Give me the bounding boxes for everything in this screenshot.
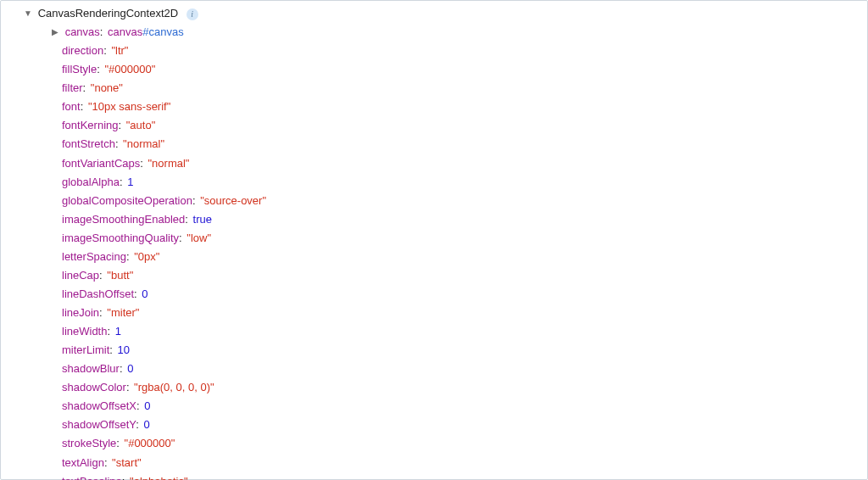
object-properties-list: ▶ canvas: canvas#canvas ▶direction: "ltr… [23, 23, 867, 480]
property-key: lineDashOffset [62, 287, 134, 300]
property-value-string: "auto" [126, 119, 156, 131]
property-key: lineWidth [62, 325, 107, 338]
property-key: shadowColor [62, 381, 126, 393]
property-row[interactable]: ▶fillStyle: "#000000" [50, 60, 867, 79]
property-value-string: "source-over" [200, 194, 266, 207]
property-value-number: 1 [127, 176, 133, 188]
devtools-console-object: ▼ CanvasRenderingContext2D i ▶ canvas: c… [0, 0, 868, 480]
property-value-string: "start" [112, 456, 142, 469]
property-value-number: 0 [143, 418, 149, 431]
property-key: canvas [65, 25, 100, 38]
property-value-element-tag: canvas [108, 25, 142, 38]
property-row[interactable]: ▶globalAlpha: 1 [50, 173, 867, 192]
property-value-number: 10 [118, 343, 130, 356]
property-row[interactable]: ▶imageSmoothingQuality: "low" [50, 229, 867, 248]
property-row[interactable]: ▶shadowBlur: 0 [50, 360, 867, 378]
property-canvas-row[interactable]: ▶ canvas: canvas#canvas [50, 23, 867, 42]
property-row[interactable]: ▶lineWidth: 1 [50, 322, 867, 341]
property-value-number: 1 [115, 325, 121, 338]
property-row[interactable]: ▶lineDashOffset: 0 [50, 285, 867, 304]
object-constructor-name: CanvasRenderingContext2D [38, 7, 178, 20]
property-key: miterLimit [62, 343, 109, 356]
property-value-string: "#000000" [104, 63, 155, 75]
property-key: shadowBlur [62, 362, 120, 375]
property-value-string: "alphabetic" [130, 475, 188, 480]
property-value-string: "normal" [123, 137, 164, 150]
property-key: direction [62, 44, 103, 57]
property-value-string: "none" [91, 81, 123, 94]
property-key: globalCompositeOperation [62, 194, 192, 207]
property-value-element-id: #canvas [142, 25, 183, 38]
property-value-string: "miter" [107, 306, 139, 319]
property-value-string: "0px" [134, 250, 159, 263]
property-key: filter [62, 81, 83, 94]
property-row[interactable]: ▶lineCap: "butt" [50, 266, 867, 285]
property-key: shadowOffsetY [62, 418, 136, 431]
property-value-string: "10px sans-serif" [88, 100, 170, 113]
property-key: font [62, 100, 81, 113]
property-row[interactable]: ▶shadowOffsetX: 0 [50, 397, 867, 416]
property-key: fillStyle [62, 63, 97, 75]
property-row[interactable]: ▶textAlign: "start" [50, 454, 867, 472]
property-key: imageSmoothingQuality [62, 232, 179, 244]
property-row[interactable]: ▶font: "10px sans-serif" [50, 98, 867, 116]
property-key: fontStretch [62, 137, 115, 150]
property-key: fontVariantCaps [62, 157, 140, 170]
property-key: shadowOffsetX [62, 399, 136, 412]
property-row[interactable]: ▶fontStretch: "normal" [50, 135, 867, 153]
property-value-string: "ltr" [111, 44, 128, 57]
property-row[interactable]: ▶fontVariantCaps: "normal" [50, 154, 867, 173]
property-key: textAlign [62, 456, 104, 469]
property-key: textBaseline [62, 475, 122, 480]
property-row[interactable]: ▶globalCompositeOperation: "source-over" [50, 192, 867, 210]
property-row[interactable]: ▶imageSmoothingEnabled: true [50, 210, 867, 229]
property-key: strokeStyle [62, 437, 116, 449]
property-key: lineJoin [62, 306, 99, 319]
property-value-number: 0 [127, 362, 133, 375]
property-row[interactable]: ▶letterSpacing: "0px" [50, 248, 867, 266]
property-key: globalAlpha [62, 176, 120, 188]
property-row[interactable]: ▶fontKerning: "auto" [50, 116, 867, 135]
property-row[interactable]: ▶direction: "ltr" [50, 42, 867, 60]
property-row[interactable]: ▶shadowColor: "rgba(0, 0, 0, 0)" [50, 378, 867, 397]
property-value-string: "rgba(0, 0, 0, 0)" [134, 381, 214, 393]
property-value-string: "low" [186, 232, 211, 244]
object-tree: ▼ CanvasRenderingContext2D i ▶ canvas: c… [1, 4, 867, 480]
property-row[interactable]: ▶textBaseline: "alphabetic" [50, 472, 867, 480]
property-value-number: 0 [142, 287, 147, 300]
property-value-string: "#000000" [125, 437, 175, 449]
property-row[interactable]: ▶lineJoin: "miter" [50, 304, 867, 322]
property-row[interactable]: ▶filter: "none" [50, 79, 867, 98]
property-key: lineCap [62, 269, 99, 282]
object-header-row[interactable]: ▼ CanvasRenderingContext2D i [23, 4, 867, 23]
property-value-string: "butt" [107, 269, 133, 282]
disclosure-triangle-down-icon[interactable]: ▼ [23, 4, 33, 22]
info-icon[interactable]: i [186, 8, 198, 20]
property-key: fontKerning [62, 119, 119, 131]
property-key: letterSpacing [62, 250, 126, 263]
property-key: imageSmoothingEnabled [62, 213, 185, 226]
disclosure-triangle-right-icon[interactable]: ▶ [50, 23, 60, 41]
property-row[interactable]: ▶miterLimit: 10 [50, 341, 867, 360]
property-value-number: 0 [144, 399, 150, 412]
property-row[interactable]: ▶strokeStyle: "#000000" [50, 434, 867, 453]
property-value-string: "normal" [148, 157, 190, 170]
property-value-boolean: true [193, 213, 212, 226]
property-row[interactable]: ▶shadowOffsetY: 0 [50, 416, 867, 434]
